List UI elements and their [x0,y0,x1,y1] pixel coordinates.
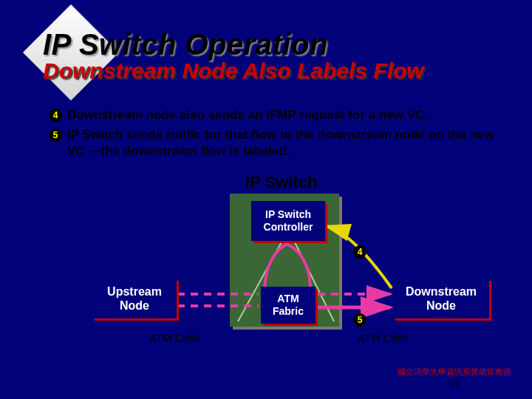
bullet-list: 4 Downstream node also sends an IFMP req… [49,107,502,163]
downstream-node-box: Downstream Node [393,279,489,318]
page-subtitle: Downstream Node Also Labels Flow [43,58,424,83]
atm-cells-right-label: ATM Cells [358,332,408,344]
bullet-number-icon: 4 [49,109,62,122]
bullet-text: Downstream node also sends an IFMP reque… [67,107,428,123]
diagram: IP Switch IP Switch Controller ATM Fabri… [0,163,532,369]
footer-credit: 國立清華大學資訊系黃能富教授 [398,366,511,378]
atm-cells-left-label: ATM Cells [149,332,200,344]
footer: 國立清華大學資訊系黃能富教授 21 [398,366,511,390]
step-badge-5: 5 [353,313,366,327]
ip-switch-label: IP Switch [245,173,317,192]
controller-box: IP Switch Controller [251,201,325,241]
bullet-number-icon: 5 [49,129,62,142]
page-title: IP Switch Operation [43,28,424,61]
bullet-text: IP Switch sends traffic for that flow to… [67,127,502,159]
bullet-row: 5 IP Switch sends traffic for that flow … [49,127,502,159]
title-block: IP Switch Operation Downstream Node Also… [43,28,424,83]
atm-fabric-box: ATM Fabric [261,287,316,324]
bullet-row: 4 Downstream node also sends an IFMP req… [49,107,502,123]
page-number: 21 [398,379,511,390]
upstream-node-box: Upstream Node [92,279,177,318]
step-badge-4: 4 [353,245,366,259]
